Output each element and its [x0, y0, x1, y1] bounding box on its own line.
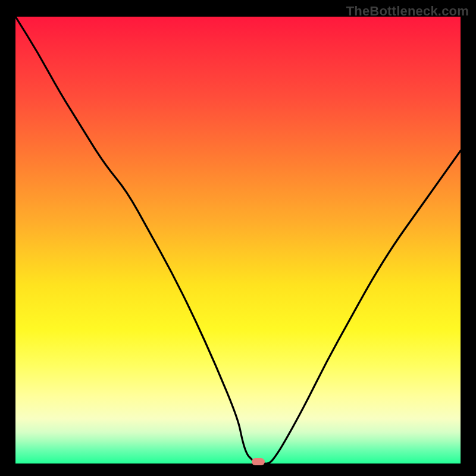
chart-area [15, 17, 461, 464]
bottleneck-curve [15, 17, 461, 464]
watermark-text: TheBottleneck.com [346, 4, 469, 19]
optimal-point-marker [252, 458, 265, 465]
curve-path [15, 17, 461, 464]
